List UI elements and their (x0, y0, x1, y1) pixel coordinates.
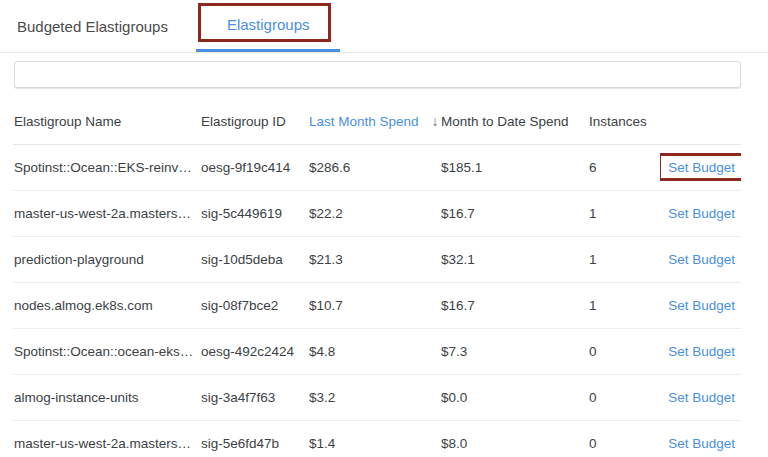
column-header-instances[interactable]: Instances (588, 97, 660, 145)
table-row: Spotinst::Ocean::EKS-reinv… oesg-9f19c41… (13, 145, 741, 191)
cell-elastigroup-name: almog-instance-units (13, 375, 200, 421)
cell-last-month-spend: $22.2 (308, 191, 440, 237)
tab-label: Elastigroups (227, 16, 310, 33)
elastigroups-table: Elastigroup Name Elastigroup ID Last Mon… (13, 97, 741, 457)
tab-elastigroups[interactable]: Elastigroups (196, 0, 341, 52)
cell-last-month-spend: $286.6 (308, 145, 440, 191)
table-row: master-us-west-2a.masters… sig-5e6fd47b … (13, 421, 741, 457)
cell-elastigroup-id: sig-5e6fd47b (200, 421, 308, 457)
cell-last-month-spend: $1.4 (308, 421, 440, 457)
cell-month-to-date-spend: $16.7 (440, 283, 588, 329)
cell-month-to-date-spend: $16.7 (440, 191, 588, 237)
set-budget-link[interactable]: Set Budget (668, 436, 735, 451)
set-budget-link[interactable]: Set Budget (668, 390, 735, 405)
cell-elastigroup-name: Spotinst::Ocean::ocean-eks… (13, 329, 200, 375)
column-header-elastigroup-id[interactable]: Elastigroup ID (200, 97, 308, 145)
cell-last-month-spend: $10.7 (308, 283, 440, 329)
cell-elastigroup-id: sig-5c449619 (200, 191, 308, 237)
column-header-elastigroup-name[interactable]: Elastigroup Name (13, 97, 200, 145)
set-budget-link[interactable]: Set Budget (668, 206, 735, 221)
column-header-label: Last Month Spend (309, 114, 419, 129)
column-header-last-month-spend[interactable]: Last Month Spend↓ (308, 97, 440, 145)
table-header-row: Elastigroup Name Elastigroup ID Last Mon… (13, 97, 741, 145)
cell-instances: 0 (588, 329, 660, 375)
set-budget-link[interactable]: Set Budget (668, 298, 735, 313)
column-header-month-to-date-spend[interactable]: Month to Date Spend (440, 97, 588, 145)
filter-input[interactable] (14, 61, 741, 88)
cell-month-to-date-spend: $185.1 (440, 145, 588, 191)
cell-last-month-spend: $4.8 (308, 329, 440, 375)
sort-descending-icon[interactable]: ↓ (432, 113, 439, 129)
cell-elastigroup-name: master-us-west-2a.masters… (13, 421, 200, 457)
cell-elastigroup-name: nodes.almog.ek8s.com (13, 283, 200, 329)
cell-instances: 1 (588, 237, 660, 283)
set-budget-link[interactable]: Set Budget (668, 252, 735, 267)
tab-bar: Budgeted Elastigroups Elastigroups (0, 0, 768, 53)
table-row: Spotinst::Ocean::ocean-eks… oesg-492c242… (13, 329, 741, 375)
cell-last-month-spend: $3.2 (308, 375, 440, 421)
cell-month-to-date-spend: $7.3 (440, 329, 588, 375)
cell-month-to-date-spend: $8.0 (440, 421, 588, 457)
cell-instances: 1 (588, 283, 660, 329)
set-budget-link[interactable]: Set Budget (668, 344, 735, 359)
cell-instances: 1 (588, 191, 660, 237)
cell-month-to-date-spend: $32.1 (440, 237, 588, 283)
tab-budgeted-elastigroups[interactable]: Budgeted Elastigroups (17, 0, 194, 52)
set-budget-link[interactable]: Set Budget (668, 160, 735, 175)
cell-elastigroup-name: Spotinst::Ocean::EKS-reinv… (13, 145, 200, 191)
cell-instances: 0 (588, 421, 660, 457)
table-row: almog-instance-units sig-3a4f7f63 $3.2 $… (13, 375, 741, 421)
cell-elastigroup-id: sig-08f7bce2 (200, 283, 308, 329)
table-row: prediction-playground sig-10d5deba $21.3… (13, 237, 741, 283)
cell-month-to-date-spend: $0.0 (440, 375, 588, 421)
cell-last-month-spend: $21.3 (308, 237, 440, 283)
cell-elastigroup-id: sig-10d5deba (200, 237, 308, 283)
cell-elastigroup-id: oesg-492c2424 (200, 329, 308, 375)
table-row: nodes.almog.ek8s.com sig-08f7bce2 $10.7 … (13, 283, 741, 329)
budgets-page: Budgeted Elastigroups Elastigroups Elast… (0, 0, 768, 457)
column-header-action (660, 97, 741, 145)
cell-elastigroup-id: sig-3a4f7f63 (200, 375, 308, 421)
cell-instances: 0 (588, 375, 660, 421)
tab-label: Budgeted Elastigroups (17, 18, 168, 35)
set-budget-label: Set Budget (668, 160, 735, 175)
cell-elastigroup-name: prediction-playground (13, 237, 200, 283)
cell-instances: 6 (588, 145, 660, 191)
table-row: master-us-west-2a.masters… sig-5c449619 … (13, 191, 741, 237)
cell-elastigroup-name: master-us-west-2a.masters… (13, 191, 200, 237)
cell-elastigroup-id: oesg-9f19c414 (200, 145, 308, 191)
